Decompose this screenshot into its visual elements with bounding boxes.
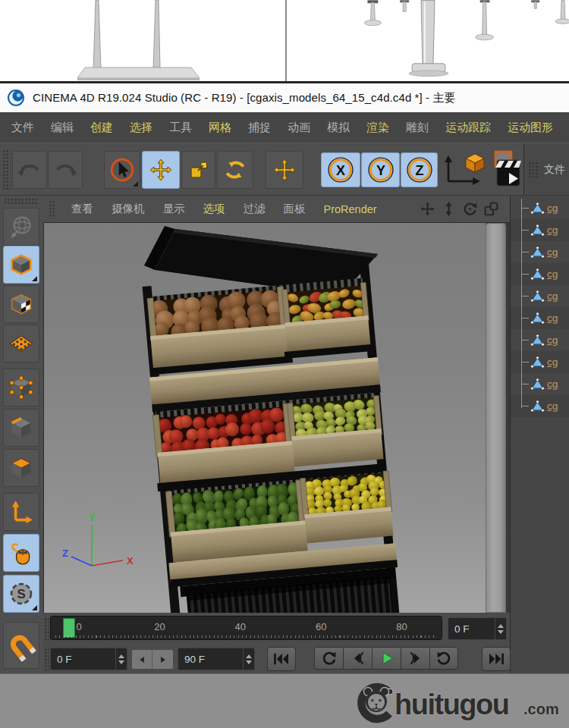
menu-item-11[interactable]: 雕刻 bbox=[398, 121, 437, 135]
next-frame-button[interactable] bbox=[401, 647, 429, 670]
start-frame-spinner[interactable]: 0 F bbox=[50, 648, 127, 670]
z-axis-lock-button[interactable]: Z bbox=[401, 152, 438, 187]
next-frame-icon bbox=[408, 651, 423, 666]
end-frame-spinner[interactable]: 90 F bbox=[178, 648, 255, 670]
magnet-snap-button[interactable] bbox=[3, 622, 39, 669]
preview-image-left bbox=[0, 0, 284, 81]
toggle-view-icon[interactable] bbox=[483, 201, 499, 217]
menu-item-10[interactable]: 渲染 bbox=[358, 121, 398, 135]
spinner-arrows[interactable] bbox=[243, 648, 254, 670]
viewport-menu-item-1[interactable]: 查看 bbox=[62, 202, 102, 216]
y-axis-lock-button[interactable]: Y bbox=[361, 152, 400, 187]
spinner-arrows[interactable] bbox=[495, 618, 506, 639]
last-tool-button[interactable] bbox=[266, 151, 303, 189]
viewport-canvas[interactable]: Y X Z bbox=[44, 223, 486, 613]
redo-button[interactable] bbox=[48, 151, 83, 189]
object-name: cg bbox=[547, 400, 558, 412]
menu-item-12[interactable]: 运动跟踪 bbox=[437, 121, 499, 135]
menu-item-2[interactable]: 编辑 bbox=[42, 121, 82, 135]
magnet-snap-icon bbox=[6, 629, 36, 662]
model-mode-button[interactable] bbox=[3, 246, 39, 284]
points-mode-button[interactable] bbox=[3, 369, 39, 406]
next-key-button[interactable] bbox=[429, 647, 458, 670]
object-item[interactable]: cg bbox=[511, 373, 569, 395]
object-item[interactable]: cg bbox=[511, 197, 569, 219]
viewport[interactable]: Y X Z bbox=[43, 223, 486, 613]
object-item[interactable]: cg bbox=[511, 307, 569, 329]
frame-step-buttons[interactable] bbox=[131, 649, 174, 670]
prev-key-button[interactable] bbox=[314, 647, 343, 670]
current-frame-spinner[interactable]: 0 F bbox=[448, 617, 507, 640]
x-axis-lock-button[interactable]: X bbox=[321, 152, 360, 187]
menu-item-4[interactable]: 选择 bbox=[121, 121, 161, 135]
toolbar-grip[interactable] bbox=[2, 149, 11, 190]
rotate-tool-button[interactable] bbox=[217, 151, 253, 189]
workplane-mode-button[interactable] bbox=[3, 325, 39, 362]
convert-button[interactable] bbox=[3, 208, 39, 246]
viewport-menu-item-3[interactable]: 显示 bbox=[154, 202, 194, 216]
menu-item-5[interactable]: 工具 bbox=[161, 121, 200, 135]
transport-grip[interactable] bbox=[44, 648, 49, 670]
texture-mode-button[interactable] bbox=[3, 285, 39, 323]
undo-button[interactable] bbox=[12, 151, 47, 189]
coordinate-system-icon bbox=[441, 152, 486, 187]
polygon-object-icon bbox=[530, 268, 545, 281]
viewport-menu-item-7[interactable]: ProRender bbox=[315, 203, 386, 215]
viewport-menu-item-4[interactable]: 选项 bbox=[194, 202, 234, 216]
object-item[interactable]: cg bbox=[511, 351, 569, 373]
convert-icon bbox=[8, 214, 34, 240]
menu-item-7[interactable]: 捕捉 bbox=[240, 121, 279, 135]
object-name: cg bbox=[547, 246, 558, 258]
axis-mode-button[interactable] bbox=[3, 493, 39, 531]
step-back-icon[interactable] bbox=[132, 650, 152, 669]
step-forward-icon[interactable] bbox=[152, 650, 173, 669]
menu-item-1[interactable]: 文件 bbox=[3, 121, 42, 135]
polygon-object-icon bbox=[530, 312, 545, 325]
object-item[interactable]: cg bbox=[511, 285, 569, 307]
timeline-grip[interactable] bbox=[44, 617, 49, 640]
menu-item-3[interactable]: 创建 bbox=[82, 121, 121, 135]
edges-mode-button[interactable] bbox=[3, 409, 39, 447]
snap-mode-button[interactable]: S bbox=[3, 575, 39, 613]
zoom-view-icon[interactable] bbox=[441, 201, 457, 217]
object-item[interactable]: cg bbox=[511, 241, 569, 263]
menu-item-8[interactable]: 动画 bbox=[279, 121, 319, 135]
polygons-mode-button[interactable] bbox=[3, 449, 39, 487]
viewport-menu-grip[interactable] bbox=[49, 200, 56, 218]
object-item[interactable]: cg bbox=[511, 395, 569, 417]
object-item[interactable]: cg bbox=[511, 263, 569, 285]
goto-start-button[interactable] bbox=[267, 647, 296, 671]
live-selection-button[interactable] bbox=[104, 151, 140, 189]
menu-bar: 文件编辑创建选择工具网格捕捉动画模拟渲染雕刻运动跟踪运动图形 bbox=[0, 112, 569, 143]
polygon-object-icon bbox=[530, 246, 545, 259]
object-item[interactable]: cg bbox=[511, 219, 569, 241]
pan-view-icon[interactable] bbox=[420, 201, 435, 217]
render-settings-button[interactable] bbox=[493, 149, 522, 189]
frame-tick-label: 80 bbox=[396, 621, 407, 632]
tweak-mode-button[interactable] bbox=[3, 534, 39, 572]
goto-end-button[interactable] bbox=[482, 647, 511, 671]
menu-item-9[interactable]: 模拟 bbox=[319, 121, 358, 135]
menu-item-6[interactable]: 网格 bbox=[200, 121, 240, 135]
transport-bar: 0 F 90 F bbox=[43, 645, 510, 673]
scale-tool-button[interactable] bbox=[181, 151, 215, 189]
polygon-object-icon bbox=[530, 400, 545, 413]
spinner-arrows[interactable] bbox=[115, 648, 127, 670]
viewport-menu-item-2[interactable]: 摄像机 bbox=[102, 202, 154, 216]
left-toolbar-grip[interactable] bbox=[4, 198, 39, 205]
timeline-playhead[interactable] bbox=[63, 618, 75, 638]
timeline-ruler[interactable]: 020406080 bbox=[50, 616, 442, 640]
prev-frame-button[interactable] bbox=[343, 647, 372, 670]
move-tool-button[interactable] bbox=[142, 151, 180, 189]
viewport-menu-item-6[interactable]: 面板 bbox=[275, 202, 315, 216]
viewport-scrollbar[interactable] bbox=[486, 223, 506, 613]
rotate-view-icon[interactable] bbox=[462, 201, 478, 217]
watermark-suffix: .com bbox=[523, 701, 559, 717]
panel-grip[interactable] bbox=[528, 162, 539, 178]
object-item[interactable]: cg bbox=[511, 329, 569, 351]
menu-item-13[interactable]: 运动图形 bbox=[499, 121, 561, 135]
viewport-menu-item-5[interactable]: 过滤 bbox=[234, 202, 275, 216]
texture-mode-icon bbox=[8, 290, 35, 318]
play-button[interactable] bbox=[372, 647, 401, 670]
coordinate-system-button[interactable] bbox=[440, 151, 487, 189]
